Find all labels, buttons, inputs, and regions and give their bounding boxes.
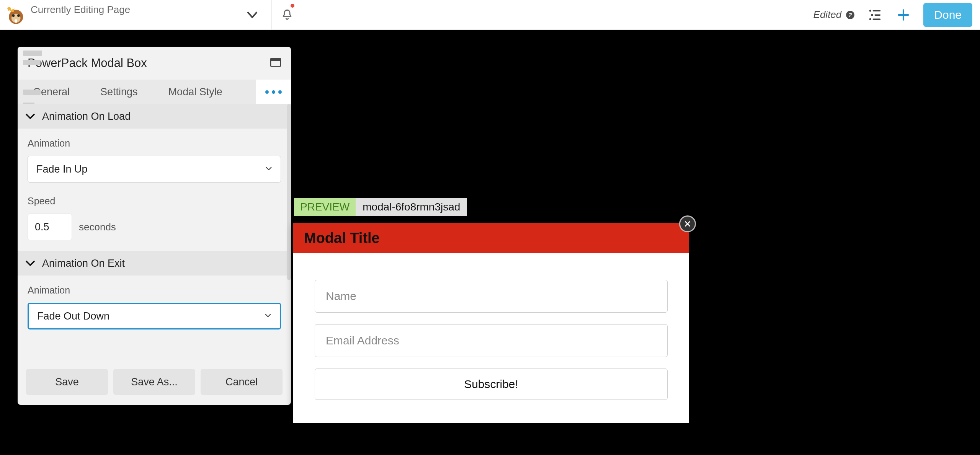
notifications-button[interactable]: [272, 0, 302, 29]
speed-value: 0.5: [35, 221, 49, 233]
svg-rect-9: [873, 10, 881, 11]
panel-title: PowerPack Modal Box: [28, 56, 147, 70]
modal-close-button[interactable]: [679, 215, 696, 232]
chevron-down-icon: [24, 258, 36, 269]
section-title: Animation On Load: [42, 111, 131, 122]
toolbar-right: Edited ? Done: [813, 0, 980, 29]
add-content-button[interactable]: [895, 7, 912, 23]
tab-more[interactable]: [256, 80, 291, 104]
speed-input[interactable]: 0.5: [28, 214, 72, 240]
module-settings-panel: PowerPack Modal Box General Settings Mod…: [18, 47, 291, 405]
panel-footer: Save Save As... Cancel: [18, 361, 291, 405]
svg-rect-13: [873, 18, 881, 20]
email-field[interactable]: [315, 324, 668, 357]
svg-text:?: ?: [849, 11, 852, 18]
section-animation-on-exit[interactable]: Animation On Exit: [18, 251, 291, 276]
modal-header: Modal Title: [293, 223, 689, 253]
preview-module-id: modal-6fo8rmn3jsad: [356, 201, 467, 213]
notification-dot-icon: [291, 4, 294, 8]
chevron-down-icon: [265, 163, 273, 175]
speed-unit: seconds: [79, 221, 116, 233]
panel-header[interactable]: PowerPack Modal Box: [18, 47, 291, 80]
section-animation-on-load[interactable]: Animation On Load: [18, 104, 291, 129]
section-title: Animation On Exit: [42, 258, 125, 269]
beaver-logo[interactable]: [4, 3, 27, 26]
subscribe-button[interactable]: Subscribe!: [315, 369, 668, 400]
outline-panel-button[interactable]: [867, 7, 884, 23]
modal-title: Modal Title: [304, 230, 380, 246]
chevron-down-icon: [245, 8, 260, 22]
modal-preview: Modal Title Subscribe!: [293, 223, 689, 423]
editor-toolbar: Currently Editing Page Edited ? Done: [0, 0, 980, 30]
save-as-button[interactable]: Save As...: [113, 369, 195, 395]
page-dropdown-toggle[interactable]: [244, 7, 261, 23]
name-field[interactable]: [315, 280, 668, 313]
panel-expand-button[interactable]: [270, 58, 281, 68]
scrollbar[interactable]: [287, 104, 291, 280]
done-button[interactable]: Done: [923, 3, 972, 27]
outline-icon: [868, 8, 882, 22]
speed-row: 0.5 seconds: [28, 214, 281, 240]
svg-rect-11: [875, 14, 881, 15]
section-load-content: Animation Fade In Up Speed 0.5 seconds: [18, 129, 291, 251]
edited-status[interactable]: Edited ?: [813, 9, 856, 21]
panel-accent-lines: [23, 51, 42, 108]
more-dots-icon: [265, 90, 282, 94]
svg-point-8: [869, 10, 871, 11]
select-value: Fade In Up: [36, 163, 88, 175]
bell-icon: [281, 8, 294, 21]
svg-point-10: [871, 14, 873, 16]
tab-modal-style[interactable]: Modal Style: [153, 80, 238, 104]
svg-rect-4: [15, 19, 17, 22]
tab-settings[interactable]: Settings: [85, 80, 153, 104]
edited-label: Edited: [813, 9, 842, 21]
window-icon: [270, 58, 281, 67]
section-exit-content: Animation Fade Out Down: [18, 276, 291, 340]
select-value: Fade Out Down: [37, 310, 109, 322]
svg-point-3: [17, 14, 20, 17]
chevron-down-icon: [264, 310, 272, 322]
animation-exit-select[interactable]: Fade Out Down: [28, 303, 281, 329]
speed-label: Speed: [28, 196, 281, 207]
animation-label: Animation: [28, 285, 281, 296]
panel-tabs: General Settings Modal Style: [18, 80, 291, 104]
beaver-logo-icon: [5, 5, 26, 25]
plus-icon: [896, 8, 911, 22]
svg-point-2: [12, 14, 15, 17]
preview-tag: PREVIEW: [294, 198, 356, 216]
help-icon: ?: [845, 10, 855, 20]
cancel-button[interactable]: Cancel: [201, 369, 283, 395]
chevron-down-icon: [24, 111, 36, 122]
page-title: Currently Editing Page: [31, 4, 130, 16]
save-button[interactable]: Save: [26, 369, 108, 395]
toolbar-left: Currently Editing Page: [0, 0, 272, 29]
close-icon: [684, 220, 691, 228]
preview-badge[interactable]: PREVIEW modal-6fo8rmn3jsad: [294, 198, 467, 216]
panel-body: Animation On Load Animation Fade In Up S…: [18, 104, 291, 361]
animation-label: Animation: [28, 138, 281, 149]
svg-point-12: [869, 18, 871, 20]
modal-body: Subscribe!: [293, 253, 689, 423]
svg-rect-15: [271, 59, 281, 61]
animation-load-select[interactable]: Fade In Up: [28, 156, 281, 183]
